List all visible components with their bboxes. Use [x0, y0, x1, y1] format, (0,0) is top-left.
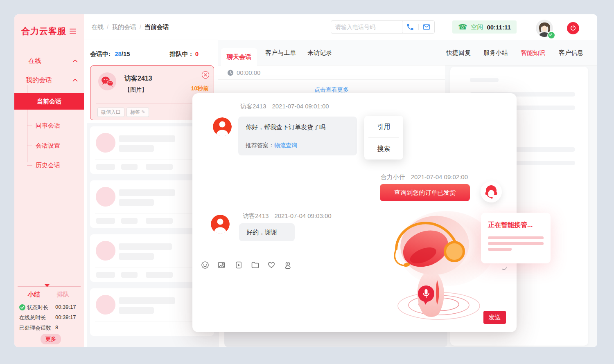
breadcrumb-separator: /: [140, 24, 141, 30]
avatar-placeholder: [96, 295, 115, 315]
chat-timer: 00:00:00: [237, 69, 260, 76]
text-placeholder: [119, 243, 172, 250]
tab-service-summary[interactable]: 服务小结: [483, 40, 508, 65]
tag-placeholder: [96, 164, 115, 170]
in-session-capacity: /15: [122, 50, 130, 57]
session-timer-row: 00:00:00: [218, 65, 445, 80]
text-placeholder: [119, 189, 175, 196]
text-placeholder: [119, 297, 175, 304]
phone-number-input[interactable]: [331, 20, 405, 34]
tag-placeholder: [96, 272, 115, 278]
emoji-icon[interactable]: [201, 261, 210, 270]
tab-queue[interactable]: 排队: [57, 291, 69, 299]
divider: [245, 136, 350, 136]
context-menu-quote[interactable]: 引用: [364, 116, 403, 137]
tooltip-tail: [497, 262, 507, 272]
message-time: 2021-07-04 09:01:00: [272, 103, 329, 110]
breadcrumb-my-sessions[interactable]: 我的会话: [112, 23, 136, 30]
ai-robot-illustration: [385, 210, 495, 330]
tab-visit-records[interactable]: 来访记录: [307, 40, 332, 65]
chat-conversation-overlay: 访客24132021-07-04 09:01:00 你好，帮我查下订单发货了吗 …: [192, 93, 517, 332]
power-logout-button[interactable]: [567, 22, 579, 34]
text-placeholder: [119, 307, 154, 314]
text-placeholder: [119, 253, 154, 260]
video-file-icon[interactable]: [234, 261, 243, 270]
avatar-placeholder: [96, 241, 115, 261]
suggest-row: 推荐答案：物流查询: [246, 142, 297, 149]
image-icon[interactable]: [217, 261, 226, 270]
tag-placeholder: [121, 164, 138, 170]
tab-quick-reply[interactable]: 快捷回复: [446, 40, 471, 65]
message-header: 合力小什2021-07-04 09:02:00: [248, 173, 468, 181]
label-tag[interactable]: 标签 ✎: [126, 108, 149, 117]
sidebar-item-online[interactable]: 在线: [28, 57, 41, 65]
queue-label: 排队中 :: [170, 50, 192, 58]
tab-summary[interactable]: 小结: [28, 291, 40, 299]
sidebar-item-history-session[interactable]: 历史会话: [36, 162, 60, 169]
load-more-link[interactable]: 点击查看更多: [218, 86, 445, 94]
text-placeholder: [488, 248, 512, 251]
stat-label: 已处理会话数: [19, 325, 51, 331]
message-author: 访客2413: [240, 103, 266, 110]
message-text: 你好，帮我查下订单发货了吗: [246, 124, 325, 131]
visitor-message-bubble[interactable]: 你好，帮我查下订单发货了吗 推荐答案：物流查询: [238, 117, 357, 155]
mail-icon[interactable]: [422, 23, 431, 31]
context-menu-search[interactable]: 搜索: [364, 138, 403, 160]
message-author: 合力小什: [381, 173, 405, 180]
dial-actions: [402, 20, 435, 34]
location-icon[interactable]: [283, 261, 292, 270]
topbar: 在线/我的会话/当前会话 ☎ 空闲 00:11:11: [84, 14, 597, 40]
page-background: 合力云客服 在线 我的会话 当前会话 同事会话 会话设置 历史会话 小结 排队 …: [0, 0, 614, 364]
sidebar-item-colleague-session[interactable]: 同事会话: [36, 122, 60, 130]
visitor-avatar: [211, 215, 230, 234]
chevron-up-icon[interactable]: [72, 79, 78, 82]
visitor-message-bubble[interactable]: 好的，谢谢: [239, 223, 295, 241]
app-window: 合力云客服 在线 我的会话 当前会话 同事会话 会话设置 历史会话 小结 排队 …: [14, 14, 597, 347]
tab-chat-session[interactable]: 聊天会话: [221, 48, 257, 65]
folder-icon[interactable]: [251, 261, 260, 270]
breadcrumb: 在线/我的会话/当前会话: [91, 14, 169, 40]
text-placeholder: [488, 236, 544, 239]
agent-status-pill[interactable]: ☎ 空闲 00:11:11: [452, 20, 517, 34]
status-timer: 00:11:11: [487, 24, 510, 31]
tree-connector: [27, 146, 32, 146]
menu-hamburger-icon[interactable]: [69, 28, 77, 34]
tab-smart-knowledge[interactable]: 智能知识: [521, 40, 545, 65]
text-placeholder: [488, 242, 544, 245]
message-context-menu: 引用 搜索: [364, 116, 403, 160]
send-button[interactable]: 发送: [483, 311, 506, 324]
collapse-arrow-icon[interactable]: [45, 284, 50, 287]
text-placeholder: [119, 145, 154, 152]
sidebar-item-current-session[interactable]: 当前会话: [14, 93, 84, 110]
sidebar-item-my-sessions[interactable]: 我的会话: [26, 76, 52, 85]
visitor-avatar: [213, 117, 232, 136]
in-session-label: 会话中:: [90, 50, 111, 57]
avatar-placeholder: [96, 133, 115, 153]
close-session-icon[interactable]: [201, 71, 210, 79]
phone-call-icon[interactable]: [406, 23, 414, 31]
stat-row-handled-count: 已处理会话数 8: [19, 324, 81, 332]
stat-row-online-duration: 在线总时长 00:39:17: [19, 314, 81, 321]
breadcrumb-online[interactable]: 在线: [91, 23, 104, 30]
heart-icon[interactable]: [267, 261, 276, 270]
stat-value: 00:39:17: [55, 304, 76, 310]
chevron-up-icon[interactable]: [72, 59, 78, 63]
message-time: 2021-07-04 09:02:00: [411, 173, 468, 180]
suggest-link[interactable]: 物流查询: [274, 142, 297, 148]
text-placeholder: [119, 199, 154, 206]
tab-customer-workorder[interactable]: 客户与工单: [265, 40, 296, 65]
message-author: 访客2413: [243, 212, 269, 219]
in-session-count: 28: [115, 50, 122, 57]
channel-tag: 微信入口: [97, 108, 124, 117]
sidebar-item-session-settings[interactable]: 会话设置: [36, 142, 60, 150]
pencil-icon: ✎: [141, 109, 145, 115]
message-header: 访客24132021-07-04 09:03:00: [243, 212, 332, 220]
more-button[interactable]: 更多: [41, 334, 61, 344]
text-placeholder: [470, 78, 499, 82]
avatar-placeholder: [96, 187, 115, 207]
agent-avatar: [481, 181, 502, 202]
tab-customer-info[interactable]: 客户信息: [559, 40, 583, 65]
sidebar: 合力云客服 在线 我的会话 当前会话 同事会话 会话设置 历史会话 小结 排队 …: [14, 14, 84, 347]
message-time: 2021-07-04 09:03:00: [274, 212, 331, 219]
agent-message-bubble[interactable]: 查询到您的订单已发货: [380, 184, 470, 201]
